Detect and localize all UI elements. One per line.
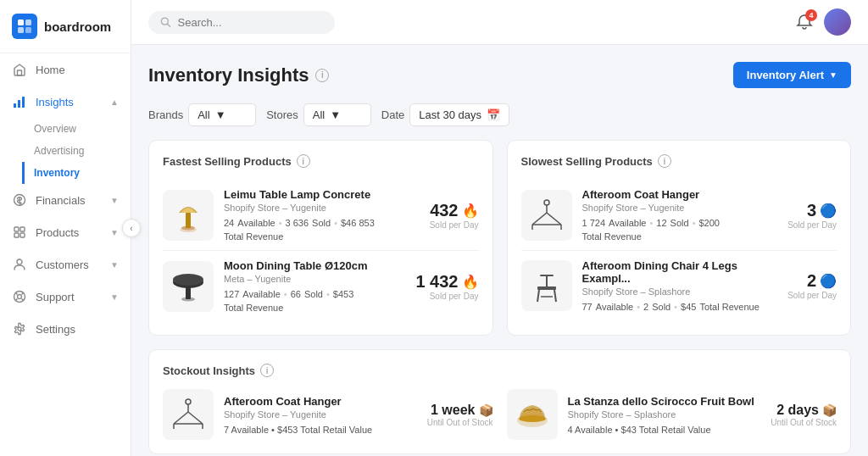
page-header: Inventory Insights i Inventory Alert ▼: [148, 62, 851, 88]
svg-rect-9: [14, 227, 19, 231]
stores-chevron-icon: ▼: [330, 108, 341, 121]
avatar[interactable]: [824, 8, 851, 36]
sold-label: Sold: [312, 218, 331, 228]
svg-point-30: [544, 200, 549, 205]
stockout-info: Afteroom Coat Hanger Shopify Store – Yug…: [224, 395, 417, 435]
main-content: 4 Inventory Insights i Inventory Alert ▼…: [131, 0, 868, 456]
svg-line-32: [532, 213, 547, 225]
svg-rect-3: [25, 27, 31, 33]
svg-point-20: [18, 327, 21, 331]
brands-select[interactable]: All ▼: [188, 103, 256, 126]
svg-line-40: [537, 290, 539, 302]
svg-line-46: [188, 412, 203, 424]
product-stat: 1 432 🔥 Sold per Day: [415, 272, 478, 301]
box-icon: 📦: [479, 403, 493, 417]
stockout-card: Stockout Insights i: [148, 349, 851, 454]
main-cards-grid: Fastest Selling Products i: [148, 140, 851, 336]
sidebar-item-support[interactable]: Support ▼: [0, 281, 131, 313]
slow-icon: 🔵: [820, 203, 837, 219]
product-meta: 1 724 Available • 12 Sold • $200 Total R…: [582, 218, 778, 242]
product-name: Afteroom Dining Chair 4 Legs Exampl...: [582, 259, 778, 285]
support-icon: [12, 289, 27, 304]
revenue-value: $46 853: [341, 218, 375, 228]
svg-rect-4: [18, 70, 22, 75]
date-label: Date: [381, 108, 404, 121]
svg-point-43: [186, 399, 191, 404]
stores-select[interactable]: All ▼: [303, 103, 371, 126]
sidebar-item-customers[interactable]: Customers ▼: [0, 248, 131, 281]
stockout-grid: Afteroom Coat Hanger Shopify Store – Yug…: [163, 389, 837, 440]
notification-button[interactable]: 4: [795, 13, 814, 31]
svg-rect-1: [25, 19, 31, 25]
stockout-info-icon[interactable]: i: [260, 364, 274, 377]
product-meta: 127 Available • 66 Sold • $453 Total Rev…: [224, 289, 405, 313]
sold-value: 3 636: [286, 218, 309, 228]
table-row: Leimu Table Lamp Concrete Shopify Store …: [163, 180, 479, 251]
sidebar-collapse-button[interactable]: ‹: [122, 219, 141, 237]
svg-point-13: [17, 259, 22, 264]
page-title-info-icon[interactable]: i: [315, 69, 329, 82]
inventory-alert-button[interactable]: Inventory Alert ▼: [733, 62, 851, 88]
sidebar: boardroom Home Insights ▲ Overview Adver…: [0, 0, 131, 456]
stockout-image-hanger: [163, 389, 214, 440]
logo-icon: [12, 14, 37, 39]
search-box[interactable]: [148, 11, 335, 34]
sidebar-item-settings-label: Settings: [36, 323, 75, 336]
fastest-selling-info-icon[interactable]: i: [297, 154, 310, 168]
fastest-selling-title: Fastest Selling Products i: [163, 154, 479, 168]
sidebar-item-financials-label: Financials: [36, 194, 86, 207]
svg-rect-7: [22, 97, 25, 108]
brands-filter-group: Brands All ▼: [148, 103, 256, 126]
svg-line-41: [554, 290, 556, 302]
revenue-label: Total Revenue: [224, 231, 283, 242]
page-title: Inventory Insights i: [148, 64, 329, 86]
nav: Home Insights ▲ Overview Advertising Inv…: [0, 53, 131, 345]
content-area: Inventory Insights i Inventory Alert ▼ B…: [131, 45, 868, 456]
brands-label: Brands: [148, 108, 183, 121]
stores-label: Stores: [266, 108, 298, 121]
sidebar-item-home[interactable]: Home: [0, 53, 131, 86]
svg-rect-10: [20, 227, 25, 231]
svg-rect-0: [18, 19, 24, 25]
stockout-meta: 4 Available • $43 Total Retail Value: [568, 425, 761, 435]
products-icon: [12, 225, 27, 240]
svg-point-27: [173, 274, 203, 286]
sidebar-item-settings[interactable]: Settings: [0, 313, 131, 345]
product-store: Shopify Store – Splashore: [582, 286, 778, 297]
sidebar-item-advertising[interactable]: Advertising: [34, 140, 131, 162]
stockout-store: Shopify Store – Yugenite: [224, 409, 417, 420]
product-image-chair: [521, 260, 572, 311]
product-store: Shopify Store – Yugenite: [582, 203, 778, 213]
product-name: Moon Dining Table Ø120cm: [224, 259, 405, 272]
products-chevron-icon: ▼: [110, 228, 119, 237]
product-name: Leimu Table Lamp Concrete: [224, 188, 420, 201]
svg-rect-39: [537, 286, 556, 290]
search-input[interactable]: [178, 16, 324, 29]
product-stat: 432 🔥 Sold per Day: [430, 201, 479, 230]
svg-rect-37: [540, 275, 554, 276]
slowest-selling-info-icon[interactable]: i: [658, 154, 671, 168]
stores-filter-group: Stores All ▼: [266, 103, 371, 126]
sidebar-item-financials[interactable]: Financials ▼: [0, 184, 131, 216]
logo: boardroom: [0, 0, 131, 53]
sidebar-item-inventory[interactable]: Inventory: [22, 162, 131, 184]
svg-rect-11: [14, 233, 19, 237]
product-store: Shopify Store – Yugenite: [224, 203, 420, 213]
product-store: Meta – Yugenite: [224, 274, 405, 284]
date-select[interactable]: Last 30 days 📅: [409, 103, 509, 126]
sidebar-item-products[interactable]: Products ▼: [0, 216, 131, 248]
svg-line-16: [15, 292, 18, 295]
svg-line-17: [22, 292, 25, 295]
sidebar-item-insights[interactable]: Insights ▲: [0, 86, 131, 118]
table-row: Afteroom Coat Hanger Shopify Store – Yug…: [521, 180, 837, 251]
customers-icon: [12, 257, 27, 272]
sidebar-item-overview[interactable]: Overview: [34, 118, 131, 140]
svg-point-51: [519, 415, 546, 422]
svg-rect-2: [18, 27, 24, 33]
stockout-meta: 7 Available • $453 Total Retail Value: [224, 425, 417, 435]
svg-line-22: [167, 24, 170, 26]
product-info: Afteroom Dining Chair 4 Legs Exampl... S…: [582, 259, 778, 312]
financials-chevron-icon: ▼: [110, 196, 119, 205]
svg-line-33: [547, 213, 561, 225]
product-image-table: [163, 261, 214, 312]
